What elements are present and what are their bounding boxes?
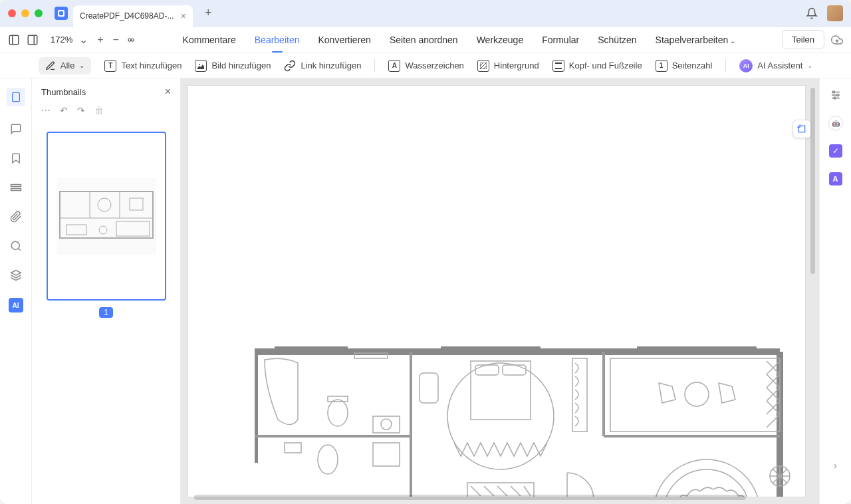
zoom-out-button[interactable]: −	[110, 34, 122, 46]
canvas-area[interactable]	[181, 78, 819, 504]
right-rail: 🤖 ✓ A ›	[819, 78, 851, 504]
floorplan-drawing	[255, 346, 805, 497]
horizontal-scrollbar[interactable]	[194, 495, 746, 500]
page-number-button[interactable]: 1 Seitenzahl	[656, 60, 713, 72]
link-icon	[284, 60, 296, 72]
main-menu: Kommentare Bearbeiten Konvertieren Seite…	[183, 35, 736, 45]
document-page[interactable]	[187, 85, 806, 497]
svg-point-30	[381, 419, 392, 430]
window-close[interactable]	[8, 9, 16, 17]
zoom-dropdown-icon[interactable]: ⌄	[76, 33, 90, 46]
notifications-icon[interactable]	[806, 7, 818, 19]
check-icon[interactable]: ✓	[828, 144, 843, 158]
svg-point-22	[98, 198, 111, 211]
add-link-button[interactable]: Link hinzufügen	[284, 60, 361, 72]
thumbnails-close-icon[interactable]: ×	[165, 86, 171, 98]
edit-subtoolbar: Alle ⌄ T Text hinzufügen Bild hinzufügen…	[0, 53, 851, 78]
thumb-rotate-right-icon[interactable]: ↷	[77, 105, 85, 116]
svg-rect-39	[420, 373, 438, 403]
svg-point-15	[11, 241, 19, 249]
svg-rect-14	[11, 189, 21, 191]
app-icon	[55, 7, 68, 20]
add-image-button[interactable]: Bild hinzufügen	[195, 60, 271, 72]
thumb-more-icon[interactable]: ⋯	[41, 105, 51, 116]
tab-close-icon[interactable]: ×	[181, 11, 186, 21]
thumb-rotate-left-icon[interactable]: ↶	[60, 105, 68, 116]
thumbnails-panel: Thumbnails × ⋯ ↶ ↷ 🗑	[32, 78, 181, 504]
svg-point-25	[99, 226, 107, 234]
fit-page-icon[interactable]	[126, 35, 136, 45]
thumbnails-title: Thumbnails	[41, 87, 86, 97]
window-minimize[interactable]	[21, 9, 29, 17]
page-number-icon: 1	[656, 60, 668, 72]
zoom-value[interactable]: 172%	[51, 35, 72, 45]
zoom-in-button[interactable]: +	[94, 34, 106, 46]
background-button[interactable]: Hintergrund	[477, 60, 539, 72]
menu-kommentare[interactable]: Kommentare	[183, 35, 236, 45]
document-tab[interactable]: CreatePDF_D4C698AD-... ×	[73, 5, 193, 27]
translate-icon[interactable]: A	[828, 172, 843, 186]
svg-point-61	[834, 97, 836, 99]
ai-chat-icon[interactable]: 🤖	[828, 116, 843, 130]
ai-rail-icon[interactable]: AI	[9, 298, 23, 313]
thumb-delete-icon[interactable]: 🗑	[94, 105, 104, 116]
user-avatar[interactable]	[827, 5, 843, 21]
svg-rect-28	[328, 396, 348, 402]
svg-rect-13	[11, 185, 21, 187]
add-text-button[interactable]: T Text hinzufügen	[104, 60, 182, 72]
svg-point-59	[832, 91, 834, 93]
svg-rect-34	[285, 443, 301, 453]
comments-rail-icon[interactable]	[9, 122, 23, 136]
svg-rect-23	[130, 198, 143, 210]
share-button[interactable]: Teilen	[782, 30, 824, 49]
ai-icon: AI	[739, 59, 753, 72]
tab-title: CreatePDF_D4C698AD-...	[80, 11, 176, 21]
thumbnails-rail-icon[interactable]	[7, 88, 25, 106]
watermark-button[interactable]: A Wasserzeichen	[388, 60, 463, 72]
svg-point-7	[131, 39, 134, 41]
svg-rect-52	[637, 346, 757, 349]
menu-werkzeuge[interactable]: Werkzeuge	[477, 35, 524, 45]
header-footer-icon	[552, 60, 564, 72]
ai-assistant-button[interactable]: AI AI Assistent ⌄	[739, 59, 812, 72]
left-panel-toggle-icon[interactable]	[8, 34, 20, 46]
menu-stapelverarbeiten[interactable]: Stapelverarbeiten⌄	[656, 35, 736, 45]
svg-point-6	[128, 39, 131, 41]
svg-rect-4	[28, 35, 37, 45]
titlebar: CreatePDF_D4C698AD-... × +	[0, 0, 851, 27]
thumbnail-page-number: 1	[99, 307, 113, 318]
search-rail-icon[interactable]	[9, 239, 23, 253]
text-icon: T	[104, 60, 116, 72]
svg-rect-37	[475, 365, 499, 375]
menu-bearbeiten[interactable]: Bearbeiten	[255, 35, 300, 45]
svg-rect-10	[555, 63, 562, 64]
svg-marker-17	[11, 271, 21, 276]
cloud-upload-icon[interactable]	[831, 34, 843, 46]
header-footer-button[interactable]: Kopf- und Fußzeile	[552, 60, 642, 72]
svg-rect-50	[275, 346, 348, 349]
new-tab-button[interactable]: +	[205, 6, 212, 20]
crop-tool-icon[interactable]	[792, 120, 811, 138]
svg-point-8	[199, 64, 200, 65]
properties-icon[interactable]	[828, 88, 843, 102]
menu-formular[interactable]: Formular	[542, 35, 579, 45]
image-icon	[195, 60, 207, 72]
svg-rect-40	[572, 358, 587, 432]
vertical-scrollbar[interactable]	[810, 88, 815, 274]
bookmarks-rail-icon[interactable]	[9, 152, 23, 165]
svg-rect-2	[9, 35, 19, 45]
edit-all-button[interactable]: Alle ⌄	[39, 57, 92, 74]
window-maximize[interactable]	[35, 9, 43, 17]
layers-rail-icon[interactable]	[9, 269, 23, 282]
right-panel-toggle-icon[interactable]	[27, 34, 39, 46]
menu-seiten-anordnen[interactable]: Seiten anordnen	[390, 35, 458, 45]
svg-rect-24	[66, 225, 86, 235]
menu-konvertieren[interactable]: Konvertieren	[318, 35, 370, 45]
watermark-icon: A	[388, 60, 400, 72]
expand-right-rail-icon[interactable]: ›	[834, 460, 837, 471]
svg-line-16	[18, 248, 20, 250]
menu-schuetzen[interactable]: Schützen	[598, 35, 636, 45]
attachments-rail-icon[interactable]	[9, 210, 23, 223]
thumbnail-page-1[interactable]	[47, 132, 166, 301]
fields-rail-icon[interactable]	[9, 181, 23, 194]
